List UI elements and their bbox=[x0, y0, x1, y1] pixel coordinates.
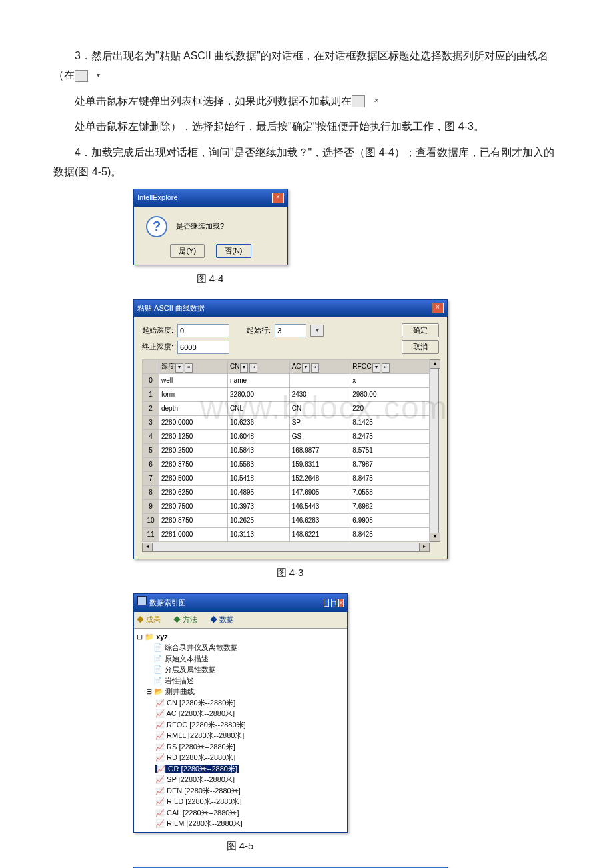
close-icon[interactable]: × bbox=[272, 193, 284, 203]
end-depth-input[interactable] bbox=[177, 341, 229, 354]
label-end-depth: 终止深度: bbox=[142, 341, 173, 354]
paragraph-3c: 处单击鼠标左键删除），选择起始行，最后按"确定"按钮便开始执行加载工作，图 4-… bbox=[53, 117, 560, 137]
dialog-paste-ascii-43: 粘贴 ASCII 曲线数据 × 起始深度: 起始行: ▾ 确定 终止深度: 取消… bbox=[133, 299, 448, 560]
message-text: 是否继续加载? bbox=[176, 221, 224, 229]
dropdown-icon: ▾ bbox=[75, 70, 88, 82]
tab-results[interactable]: ◆ 成果 bbox=[137, 615, 166, 623]
title-text: IntellExplore bbox=[137, 191, 178, 205]
label-start-depth: 起始深度: bbox=[142, 324, 173, 337]
tab-data[interactable]: ◆ 数据 bbox=[210, 615, 239, 623]
tab-bar: ◆ 成果 ◆ 方法 ◆ 数据 bbox=[134, 612, 347, 629]
dropdown-icon[interactable]: ▾ bbox=[310, 325, 324, 337]
start-depth-input[interactable] bbox=[177, 324, 229, 337]
label-start-row: 起始行: bbox=[247, 324, 271, 337]
scroll-up-icon[interactable]: ▴ bbox=[430, 359, 440, 369]
yes-button[interactable]: 是(Y) bbox=[170, 244, 205, 258]
caption-4-5: 图 4-5 bbox=[133, 837, 346, 855]
titlebar[interactable]: 数据索引图 _ □ × bbox=[134, 594, 347, 612]
tree-view[interactable]: ⊟ 📁 xyz 📄 综合录井仪及离散数据 📄 原始文本描述 📄 分层及属性数据 … bbox=[134, 629, 347, 832]
minimize-icon[interactable]: _ bbox=[324, 599, 329, 607]
paragraph-3b: 处单击鼠标左键弹出列表框选择，如果此列数据不加载则在✕ bbox=[53, 92, 560, 111]
app-icon bbox=[137, 596, 147, 605]
question-icon: ? bbox=[146, 216, 167, 237]
dialog-confirm-continue: IntellExplore × ? 是否继续加载? 是(Y) 否(N) bbox=[133, 189, 288, 265]
caption-4-4: 图 4-4 bbox=[133, 269, 287, 287]
close-icon[interactable]: × bbox=[338, 599, 344, 607]
close-icon[interactable]: × bbox=[432, 303, 444, 313]
scroll-left-icon[interactable]: ◂ bbox=[142, 543, 153, 552]
tab-methods[interactable]: ◆ 方法 bbox=[173, 615, 203, 623]
maximize-icon[interactable]: □ bbox=[331, 599, 336, 607]
titlebar[interactable]: IntellExplore × bbox=[134, 189, 287, 207]
window-data-index: 数据索引图 _ □ × ◆ 成果 ◆ 方法 ◆ 数据 ⊟ 📁 xyz 📄 综合录… bbox=[133, 593, 348, 833]
start-row-input[interactable] bbox=[275, 324, 306, 337]
scroll-right-icon[interactable]: ▸ bbox=[419, 543, 430, 552]
text: 处单击鼠标左键弹出列表框选择，如果此列数据不加载则在 bbox=[75, 95, 352, 107]
ok-button[interactable]: 确定 bbox=[402, 323, 439, 337]
titlebar[interactable]: 粘贴 ASCII 曲线数据 × bbox=[134, 300, 447, 317]
cancel-button[interactable]: 取消 bbox=[402, 340, 439, 354]
caption-4-3: 图 4-3 bbox=[133, 563, 446, 581]
delete-icon: ✕ bbox=[352, 95, 365, 107]
title-text: 数据索引图 bbox=[149, 599, 186, 607]
scroll-down-icon[interactable]: ▾ bbox=[430, 533, 440, 542]
no-button[interactable]: 否(N) bbox=[216, 244, 251, 258]
text: 3．然后出现名为"粘贴 ASCII 曲线数据"的对话框，在对话框数据区标题处选择… bbox=[53, 50, 548, 81]
paragraph-4: 4．加载完成后出现对话框，询问"是否继续加载？"，选择否（图 4-4）；查看数据… bbox=[53, 143, 560, 182]
title-text: 粘贴 ASCII 曲线数据 bbox=[137, 302, 205, 315]
data-grid[interactable]: 深度▾×CN▾×AC▾×RFOC▾×0wellnamex1form2280.00… bbox=[142, 359, 430, 542]
paragraph-3: 3．然后出现名为"粘贴 ASCII 曲线数据"的对话框，在对话框数据区标题处选择… bbox=[53, 47, 560, 85]
